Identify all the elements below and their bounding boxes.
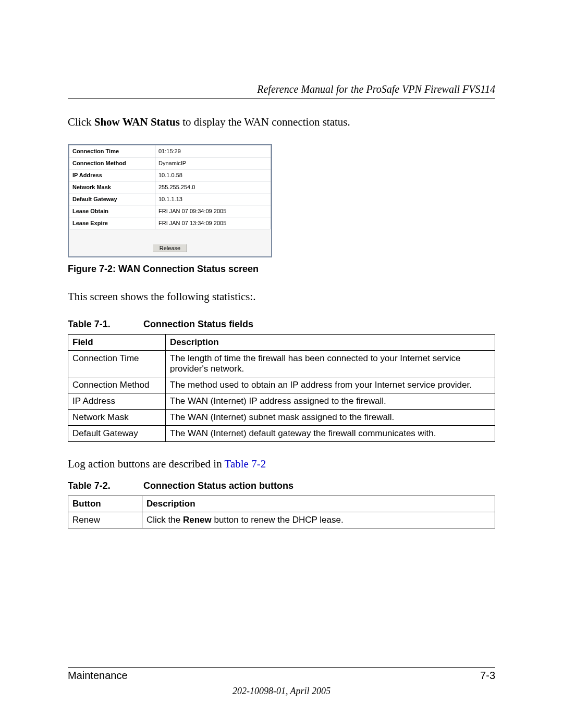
intro-paragraph: Click Show WAN Status to display the WAN… [68,115,495,129]
desc-cell: The method used to obtain an IP address … [166,377,495,393]
figure-caption: Figure 7-2: WAN Connection Status screen [68,264,495,275]
status-label: Network Mask [69,181,155,193]
table-7-2-caption: Table 7-2. Connection Status action butt… [68,480,495,491]
wan-status-table: Connection Time 01:15:29 Connection Meth… [69,145,271,229]
status-value: 01:15:29 [155,145,271,157]
button-cell: Renew [68,512,142,528]
col-header-field: Field [68,334,166,350]
intro-pre: Click [68,116,94,128]
col-header-button: Button [68,496,142,512]
status-value: DynamicIP [155,157,271,169]
status-row: Lease Obtain FRI JAN 07 09:34:09 2005 [69,205,271,217]
intro-bold: Show WAN Status [94,116,180,128]
footer-row: Maintenance 7-3 [68,670,495,682]
running-header: Reference Manual for the ProSafe VPN Fir… [68,83,495,95]
footer-rule [68,667,495,668]
desc-cell: Click the Renew button to renew the DHCP… [142,512,495,528]
status-row: Lease Expire FRI JAN 07 13:34:09 2005 [69,217,271,229]
table-7-1-caption-title: Connection Status fields [143,319,253,329]
status-value: FRI JAN 07 13:34:09 2005 [155,217,271,229]
table-row: Renew Click the Renew button to renew th… [68,512,495,528]
field-cell: Default Gateway [68,425,166,441]
table-row: Connection Time The length of time the f… [68,350,495,377]
field-cell: Connection Time [68,350,166,377]
table-7-2-link[interactable]: Table 7-2 [225,458,266,470]
status-value: 255.255.254.0 [155,181,271,193]
page-footer: Maintenance 7-3 202-10098-01, April 2005 [68,667,495,697]
desc-cell: The WAN (Internet) IP address assigned t… [166,393,495,409]
col-header-description: Description [142,496,495,512]
table-7-2: Button Description Renew Click the Renew… [68,496,495,528]
table-7-1-caption-label: Table 7-1. [68,319,141,330]
desc-post: button to renew the DHCP lease. [212,515,344,525]
status-value: FRI JAN 07 09:34:09 2005 [155,205,271,217]
table-row: Network Mask The WAN (Internet) subnet m… [68,409,495,425]
log-paragraph: Log action buttons are described in Tabl… [68,456,495,471]
status-row: Connection Time 01:15:29 [69,145,271,157]
status-value: 10.1.1.13 [155,193,271,205]
table-header-row: Field Description [68,334,495,350]
footer-section: Maintenance [68,670,128,682]
status-label: Lease Obtain [69,205,155,217]
status-label: IP Address [69,169,155,181]
release-button[interactable]: Release [153,244,187,252]
status-row: Connection Method DynamicIP [69,157,271,169]
status-label: Default Gateway [69,193,155,205]
desc-bold: Renew [183,515,212,525]
screenshot-button-row: Release [69,229,271,256]
table-7-2-caption-title: Connection Status action buttons [143,480,293,491]
table-7-1-caption: Table 7-1. Connection Status fields [68,319,495,330]
footer-page-number: 7-3 [480,670,495,682]
desc-cell: The WAN (Internet) default gateway the f… [166,425,495,441]
table-row: Connection Method The method used to obt… [68,377,495,393]
status-row: Network Mask 255.255.254.0 [69,181,271,193]
table-header-row: Button Description [68,496,495,512]
status-row: Default Gateway 10.1.1.13 [69,193,271,205]
status-label: Connection Method [69,157,155,169]
col-header-description: Description [166,334,495,350]
status-label: Lease Expire [69,217,155,229]
wan-status-screenshot: Connection Time 01:15:29 Connection Meth… [68,144,272,257]
intro-post: to display the WAN connection status. [180,116,350,128]
desc-pre: Click the [146,515,183,525]
log-para-pre: Log action buttons are described in [68,458,225,470]
desc-cell: The WAN (Internet) subnet mask assigned … [166,409,495,425]
status-row: IP Address 10.1.0.58 [69,169,271,181]
table-row: IP Address The WAN (Internet) IP address… [68,393,495,409]
field-cell: Network Mask [68,409,166,425]
desc-cell: The length of time the firewall has been… [166,350,495,377]
field-cell: IP Address [68,393,166,409]
header-rule [68,98,495,99]
table-7-1: Field Description Connection Time The le… [68,334,495,442]
status-value: 10.1.0.58 [155,169,271,181]
status-label: Connection Time [69,145,155,157]
after-figure-paragraph: This screen shows the following statisti… [68,289,495,304]
footer-docnum: 202-10098-01, April 2005 [68,686,495,697]
table-7-2-caption-label: Table 7-2. [68,480,141,491]
field-cell: Connection Method [68,377,166,393]
table-row: Default Gateway The WAN (Internet) defau… [68,425,495,441]
